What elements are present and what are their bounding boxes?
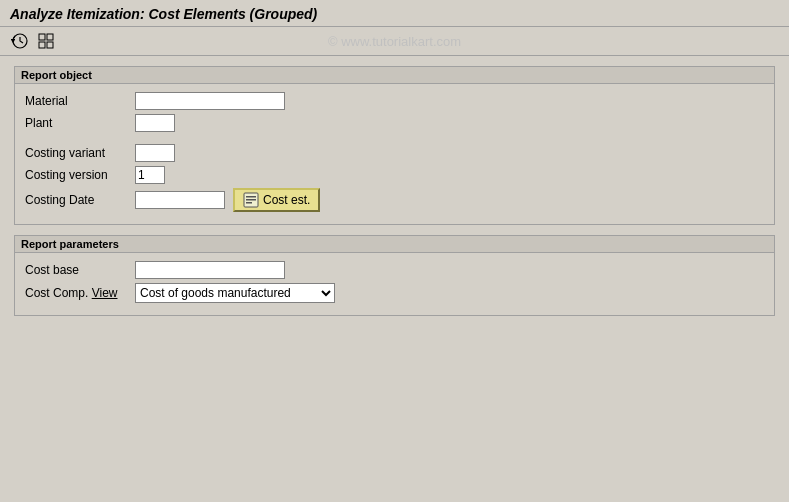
material-input[interactable] — [135, 92, 285, 110]
costing-date-input[interactable] — [135, 191, 225, 209]
report-parameters-body: Cost base Cost Comp. View Cost of goods … — [15, 253, 774, 315]
report-object-section: Report object Material Plant Costing var… — [14, 66, 775, 225]
page-title: Analyze Itemization: Cost Elements (Grou… — [10, 6, 779, 22]
svg-rect-4 — [47, 42, 53, 48]
material-label: Material — [25, 94, 135, 108]
cost-comp-view-link[interactable]: View — [92, 286, 118, 300]
plant-label: Plant — [25, 116, 135, 130]
cost-base-label: Cost base — [25, 263, 135, 277]
cost-comp-view-label: Cost Comp. View — [25, 286, 135, 300]
main-content: Report object Material Plant Costing var… — [0, 56, 789, 336]
cost-est-icon — [243, 192, 259, 208]
report-parameters-section: Report parameters Cost base Cost Comp. V… — [14, 235, 775, 316]
cost-est-label: Cost est. — [263, 193, 310, 207]
clock-arrows-icon[interactable] — [10, 31, 30, 51]
report-parameters-header: Report parameters — [15, 236, 774, 253]
costing-date-row: Costing Date Cost est. — [25, 188, 764, 212]
costing-variant-row: Costing variant — [25, 144, 764, 162]
cost-comp-view-row: Cost Comp. View Cost of goods manufactur… — [25, 283, 764, 303]
costing-version-row: Costing version — [25, 166, 764, 184]
cost-comp-view-select[interactable]: Cost of goods manufactured Cost manufact… — [135, 283, 335, 303]
svg-rect-3 — [39, 42, 45, 48]
cost-base-row: Cost base — [25, 261, 764, 279]
svg-rect-8 — [246, 202, 252, 204]
costing-version-label: Costing version — [25, 168, 135, 182]
watermark: © www.tutorialkart.com — [328, 34, 461, 49]
grid-icon[interactable] — [36, 31, 56, 51]
costing-version-input[interactable] — [135, 166, 165, 184]
cost-base-input[interactable] — [135, 261, 285, 279]
material-row: Material — [25, 92, 764, 110]
svg-rect-1 — [39, 34, 45, 40]
costing-variant-input[interactable] — [135, 144, 175, 162]
costing-variant-label: Costing variant — [25, 146, 135, 160]
plant-row: Plant — [25, 114, 764, 132]
plant-input[interactable] — [135, 114, 175, 132]
svg-rect-2 — [47, 34, 53, 40]
toolbar: © www.tutorialkart.com — [0, 27, 789, 56]
report-object-body: Material Plant Costing variant Costing v… — [15, 84, 774, 224]
title-bar: Analyze Itemization: Cost Elements (Grou… — [0, 0, 789, 27]
report-object-header: Report object — [15, 67, 774, 84]
svg-rect-6 — [246, 196, 256, 198]
costing-date-label: Costing Date — [25, 193, 135, 207]
cost-est-button[interactable]: Cost est. — [233, 188, 320, 212]
svg-rect-7 — [246, 199, 256, 201]
